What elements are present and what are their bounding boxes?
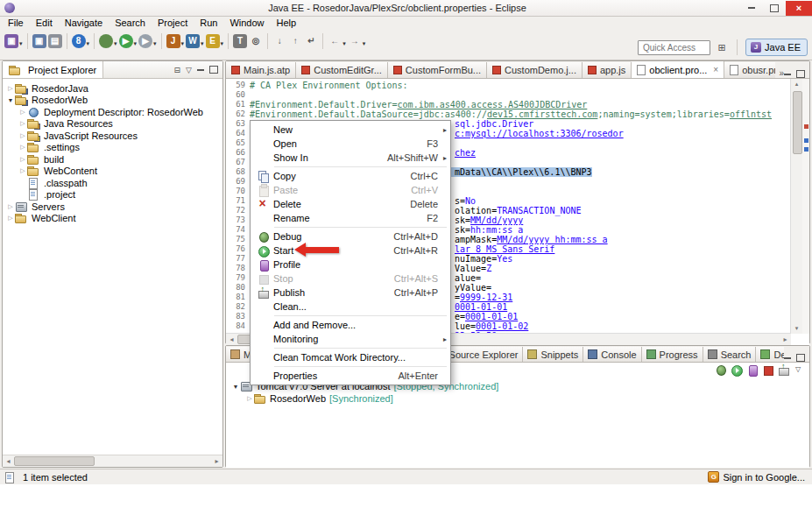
context-menu-item-new[interactable]: New▸ [251, 123, 450, 137]
back-icon[interactable]: ←▾ [327, 34, 347, 48]
forward-icon[interactable]: →▾ [347, 34, 367, 48]
context-menu-item-copy[interactable]: CopyCtrl+C [251, 169, 450, 183]
expand-arrow-icon[interactable]: ▼ [231, 384, 240, 390]
dropdown-caret-icon[interactable]: ▾ [342, 40, 346, 47]
bottom-tab-search[interactable]: Search [703, 347, 757, 362]
close-window-button[interactable]: × [786, 1, 812, 16]
vertical-scrollbar[interactable]: ▴ ▾ [790, 79, 802, 334]
expand-arrow-icon[interactable]: ▷ [18, 132, 27, 139]
dropdown-caret-icon[interactable]: ▾ [181, 40, 185, 47]
menu-run[interactable]: Run [194, 18, 223, 28]
minimize-editor-icon[interactable] [784, 74, 791, 75]
editor-tab-obusr-proper[interactable]: obusr.proper... [724, 62, 775, 78]
scroll-left-icon[interactable]: ◂ [226, 335, 237, 343]
menu-help[interactable]: Help [271, 18, 303, 28]
tree-item-rosedorjava[interactable]: ▷RosedorJava [3, 82, 222, 95]
run-icon[interactable]: ▶▾ [118, 34, 138, 48]
editor-tab-customdemo-j[interactable]: CustomDemo.j... [487, 62, 583, 78]
maximize-view-icon[interactable] [796, 354, 805, 362]
context-menu-item-publish[interactable]: PublishCtrl+Alt+P [251, 286, 450, 300]
error-marker[interactable] [804, 124, 808, 129]
bottom-tab-console[interactable]: Console [583, 347, 641, 362]
scrollbar-thumb[interactable] [793, 91, 802, 154]
tree-item-webcontent[interactable]: ▷WebContent [3, 166, 222, 178]
last-edit-location-icon[interactable]: ↵ [303, 34, 319, 48]
collapse-all-icon[interactable]: ⊟ [174, 66, 181, 74]
search-icon[interactable]: ◎ [248, 34, 264, 48]
tab-project-explorer[interactable]: Project Explorer [3, 61, 103, 78]
debug-server-icon[interactable] [714, 363, 727, 377]
server-view-menu-icon[interactable] [793, 363, 806, 377]
scroll-up-icon[interactable]: ▴ [791, 79, 802, 89]
context-menu-item-show-in[interactable]: Show InAlt+Shift+W▸ [251, 151, 450, 165]
expand-arrow-icon[interactable]: ▷ [6, 85, 15, 92]
tree-item-settings[interactable]: ▷.settings [3, 142, 222, 154]
context-menu-item-delete[interactable]: DeleteDelete [251, 197, 450, 211]
tree-item-classpath[interactable]: .classpath [3, 177, 222, 189]
menu-window[interactable]: Window [223, 18, 270, 28]
bottom-tab-snippets[interactable]: Snippets [523, 347, 583, 362]
context-menu-item-clean-tomcat-work-directory[interactable]: Clean Tomcat Work Directory... [251, 350, 450, 364]
menu-project[interactable]: Project [152, 18, 194, 28]
scrollbar-thumb[interactable] [14, 456, 95, 466]
expand-arrow-icon[interactable]: ▷ [245, 395, 254, 402]
overview-ruler[interactable] [802, 79, 809, 334]
tree-item-project[interactable]: .project [3, 189, 222, 201]
tree-item-java-resources[interactable]: ▷Java Resources [3, 118, 222, 131]
bottom-tab-debug[interactable]: Debug [756, 347, 784, 362]
new-java-project-icon[interactable]: J▾ [166, 34, 186, 48]
quick-access-input[interactable]: Quick Access [638, 40, 710, 55]
tab-close-icon[interactable]: × [713, 65, 718, 74]
dropdown-caret-icon[interactable]: ▾ [114, 40, 117, 47]
expand-arrow-icon[interactable]: ▷ [6, 203, 15, 210]
previous-annotation-icon[interactable]: ↑ [287, 34, 303, 48]
start-server-icon[interactable] [730, 363, 743, 377]
menu-edit[interactable]: Edit [30, 18, 59, 28]
editor-tab-app-js[interactable]: app.js [583, 62, 632, 78]
context-menu-item-open[interactable]: OpenF3 [251, 137, 450, 151]
next-annotation-icon[interactable]: ↓ [272, 34, 287, 48]
maximize-window-button[interactable] [763, 1, 786, 16]
minimize-view-icon[interactable] [197, 69, 204, 71]
dropdown-caret-icon[interactable]: ▾ [134, 40, 138, 47]
context-menu-item-clean[interactable]: Clean... [251, 300, 450, 314]
context-menu-item-monitoring[interactable]: Monitoring▸ [251, 332, 450, 346]
dropdown-caret-icon[interactable]: ▾ [201, 40, 204, 47]
context-menu-item-debug[interactable]: DebugCtrl+Alt+D [251, 229, 450, 243]
minimize-view-icon[interactable] [784, 357, 791, 359]
scroll-left-icon[interactable]: ◂ [3, 457, 14, 465]
dropdown-caret-icon[interactable]: ▾ [19, 40, 23, 47]
code-line[interactable]: 60 [226, 90, 791, 100]
new-web-project-icon[interactable]: W▾ [185, 34, 205, 48]
profile-server-icon[interactable] [745, 363, 759, 377]
expand-arrow-icon[interactable]: ▷ [6, 215, 15, 222]
editor-tab-main-js-atp[interactable]: Main.js.atp [226, 62, 296, 78]
maximize-view-icon[interactable] [209, 66, 218, 74]
dropdown-caret-icon[interactable]: ▾ [87, 40, 90, 47]
tree-item-webclient[interactable]: ▷WebClient [3, 213, 222, 225]
editor-tab-obclient-pro[interactable]: obclient.pro...× [632, 61, 724, 78]
code-line[interactable]: 61#Environment.Default.Driver=com.ibm.as… [226, 100, 791, 109]
expand-arrow-icon[interactable]: ▷ [18, 120, 27, 127]
tree-item-servers[interactable]: ▷Servers [3, 201, 222, 213]
view-menu-icon[interactable]: ▽ [186, 66, 192, 74]
expand-arrow-icon[interactable]: ▷ [18, 167, 27, 174]
save-icon[interactable]: ▣ [32, 34, 47, 48]
tree-item-javascript-resources[interactable]: ▷JavaScript Resources [3, 130, 222, 142]
server-item-rosedorweb[interactable]: ▷RosedorWeb[Synchronized] [226, 392, 809, 405]
context-menu-item-properties[interactable]: PropertiesAlt+Enter [251, 369, 450, 383]
expand-arrow-icon[interactable]: ▷ [18, 156, 27, 163]
dropdown-caret-icon[interactable]: ▾ [363, 40, 366, 47]
menu-search[interactable]: Search [109, 18, 152, 28]
tree-item-rosedorweb[interactable]: ▼RosedorWeb [3, 95, 222, 107]
new-wizard-icon[interactable]: ▣▾ [4, 34, 24, 48]
expand-arrow-icon[interactable]: ▼ [6, 97, 15, 103]
context-menu-item-profile[interactable]: Profile [251, 258, 450, 272]
perspective-java-ee-button[interactable]: J Java EE [745, 39, 808, 56]
open-perspective-icon[interactable]: ⊞ [715, 41, 729, 54]
open-type-icon[interactable]: T [232, 34, 248, 48]
code-line[interactable]: 62#Environment.Default.DataSource=jdbc:a… [226, 109, 791, 119]
new-ejb-project-icon[interactable]: E▾ [205, 34, 225, 48]
info-marker[interactable] [804, 147, 808, 152]
google-signin-link[interactable]: Sign in to Google... [723, 472, 805, 483]
